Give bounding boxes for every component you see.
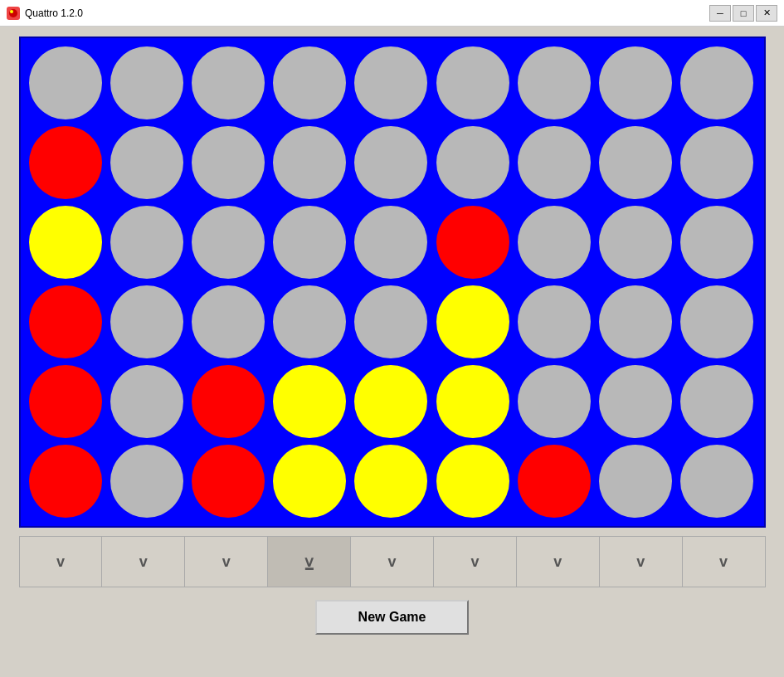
cell-r0-c3 (273, 46, 346, 119)
cell-r5-c8 (680, 445, 753, 518)
cell-r0-c7 (599, 46, 672, 119)
cell-r5-c5 (436, 445, 509, 518)
cell-r1-c0 (29, 126, 102, 199)
cell-r4-c0 (29, 365, 102, 438)
cell-r3-c2 (192, 285, 265, 358)
cell-r1-c6 (518, 126, 591, 199)
new-game-button[interactable]: New Game (315, 600, 470, 635)
window-title: Quattro 1.2.0 (25, 7, 83, 19)
col-selector-6[interactable]: v (517, 537, 600, 587)
main-content: vvvv̲vvvvv New Game (0, 27, 784, 677)
cell-r1-c1 (110, 126, 183, 199)
column-selectors: vvvv̲vvvvv (19, 536, 766, 587)
cell-r2-c1 (110, 206, 183, 279)
cell-r1-c7 (599, 126, 672, 199)
cell-r5-c3 (273, 445, 346, 518)
cell-r3-c7 (599, 285, 672, 358)
cell-r3-c0 (29, 285, 102, 358)
cell-r4-c5 (436, 365, 509, 438)
col-selector-8[interactable]: v (683, 537, 765, 587)
cell-r2-c8 (680, 206, 753, 279)
cell-r4-c3 (273, 365, 346, 438)
cell-r2-c4 (354, 206, 427, 279)
title-left: Quattro 1.2.0 (7, 7, 83, 20)
game-board (19, 37, 766, 528)
cell-r2-c5 (436, 206, 509, 279)
cell-r5-c1 (110, 445, 183, 518)
cell-r3-c6 (518, 285, 591, 358)
cell-r0-c2 (192, 46, 265, 119)
cell-r3-c5 (436, 285, 509, 358)
cell-r0-c1 (110, 46, 183, 119)
cell-r3-c3 (273, 285, 346, 358)
col-selector-1[interactable]: v (102, 537, 185, 587)
cell-r0-c0 (29, 46, 102, 119)
cell-r1-c8 (680, 126, 753, 199)
svg-point-0 (9, 9, 17, 17)
col-selector-7[interactable]: v (600, 537, 683, 587)
cell-r5-c4 (354, 445, 427, 518)
cell-r5-c6 (518, 445, 591, 518)
cell-r2-c0 (29, 206, 102, 279)
cell-r4-c7 (599, 365, 672, 438)
cell-r4-c6 (518, 365, 591, 438)
cell-r2-c6 (518, 206, 591, 279)
close-button[interactable]: ✕ (756, 5, 777, 22)
col-selector-5[interactable]: v (434, 537, 517, 587)
svg-point-1 (10, 10, 13, 13)
cell-r3-c8 (680, 285, 753, 358)
cell-r5-c7 (599, 445, 672, 518)
col-selector-0[interactable]: v (20, 537, 103, 587)
col-selector-2[interactable]: v (185, 537, 268, 587)
cell-r4-c4 (354, 365, 427, 438)
col-selector-4[interactable]: v (351, 537, 434, 587)
app-icon (7, 7, 20, 20)
col-selector-3[interactable]: v̲ (268, 537, 351, 587)
cell-r1-c4 (354, 126, 427, 199)
cell-r5-c0 (29, 445, 102, 518)
maximize-button[interactable]: □ (733, 5, 754, 22)
title-buttons: ─ □ ✕ (709, 5, 777, 22)
cell-r2-c2 (192, 206, 265, 279)
cell-r2-c3 (273, 206, 346, 279)
cell-r0-c5 (436, 46, 509, 119)
cell-r1-c2 (192, 126, 265, 199)
cell-r0-c4 (354, 46, 427, 119)
cell-r1-c5 (436, 126, 509, 199)
cell-r1-c3 (273, 126, 346, 199)
cell-r3-c4 (354, 285, 427, 358)
cell-r0-c6 (518, 46, 591, 119)
cell-r3-c1 (110, 285, 183, 358)
cell-r4-c1 (110, 365, 183, 438)
cell-r4-c8 (680, 365, 753, 438)
cell-r2-c7 (599, 206, 672, 279)
title-bar: Quattro 1.2.0 ─ □ ✕ (0, 0, 784, 27)
cell-r5-c2 (192, 445, 265, 518)
cell-r0-c8 (680, 46, 753, 119)
minimize-button[interactable]: ─ (709, 5, 731, 22)
cell-r4-c2 (192, 365, 265, 438)
